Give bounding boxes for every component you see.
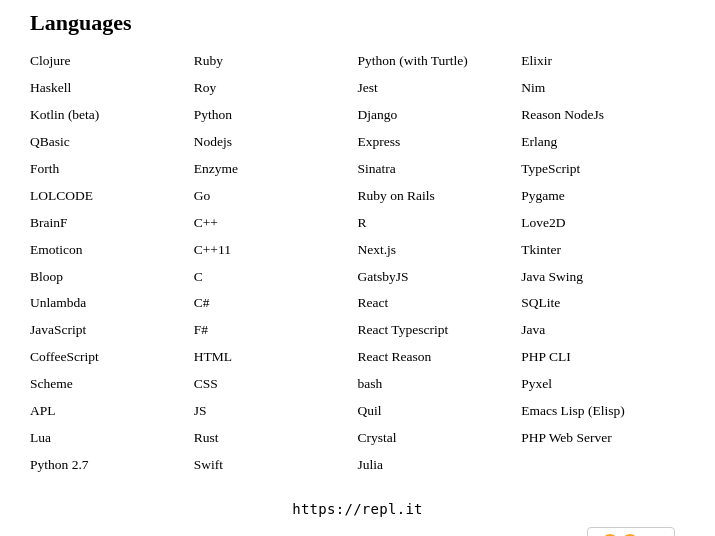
list-item: C <box>194 266 358 289</box>
list-item: F# <box>194 319 358 342</box>
list-item: Clojure <box>30 50 194 73</box>
list-item: JS <box>194 400 358 423</box>
list-item: Nodejs <box>194 131 358 154</box>
list-item: Java Swing <box>521 266 685 289</box>
list-item: Go <box>194 185 358 208</box>
footer-url: https://repl.it <box>30 501 685 517</box>
list-item: C# <box>194 292 358 315</box>
list-item: Pygame <box>521 185 685 208</box>
list-item: React <box>358 292 522 315</box>
list-item: PHP Web Server <box>521 427 685 450</box>
list-item: Python 2.7 <box>30 454 194 477</box>
languages-grid: ClojureHaskellKotlin (beta)QBasicForthLO… <box>30 50 685 477</box>
list-item: bash <box>358 373 522 396</box>
col-1: ClojureHaskellKotlin (beta)QBasicForthLO… <box>30 50 194 477</box>
list-item: Love2D <box>521 212 685 235</box>
list-item: LOLCODE <box>30 185 194 208</box>
list-item: Express <box>358 131 522 154</box>
list-item: Julia <box>358 454 522 477</box>
list-item: Sinatra <box>358 158 522 181</box>
list-item: Jest <box>358 77 522 100</box>
list-item: BrainF <box>30 212 194 235</box>
list-item: Tkinter <box>521 239 685 262</box>
list-item: Reason NodeJs <box>521 104 685 127</box>
list-item: Emoticon <box>30 239 194 262</box>
list-item: React Reason <box>358 346 522 369</box>
list-item: Python <box>194 104 358 127</box>
list-item: Python (with Turtle) <box>358 50 522 73</box>
list-item: Scheme <box>30 373 194 396</box>
list-item: Elixir <box>521 50 685 73</box>
list-item: React Typescript <box>358 319 522 342</box>
list-item: Bloop <box>30 266 194 289</box>
list-item: Erlang <box>521 131 685 154</box>
col-4: ElixirNimReason NodeJsErlangTypeScriptPy… <box>521 50 685 477</box>
list-item: Ruby <box>194 50 358 73</box>
list-item: Forth <box>30 158 194 181</box>
page-title: Languages <box>30 10 685 36</box>
list-item: Rust <box>194 427 358 450</box>
list-item: QBasic <box>30 131 194 154</box>
list-item: JavaScript <box>30 319 194 342</box>
list-item: Lua <box>30 427 194 450</box>
list-item: TypeScript <box>521 158 685 181</box>
list-item: Django <box>358 104 522 127</box>
list-item: Enzyme <box>194 158 358 181</box>
list-item: Pyxel <box>521 373 685 396</box>
col-3: Python (with Turtle)JestDjangoExpressSin… <box>358 50 522 477</box>
list-item: C++11 <box>194 239 358 262</box>
list-item: APL <box>30 400 194 423</box>
list-item: Next.js <box>358 239 522 262</box>
list-item: CoffeeScript <box>30 346 194 369</box>
list-item: Swift <box>194 454 358 477</box>
col-2: RubyRoyPythonNodejsEnzymeGoC++C++11CC#F#… <box>194 50 358 477</box>
list-item: Emacs Lisp (Elisp) <box>521 400 685 423</box>
list-item: HTML <box>194 346 358 369</box>
list-item: Haskell <box>30 77 194 100</box>
list-item: Crystal <box>358 427 522 450</box>
list-item: CSS <box>194 373 358 396</box>
creative-commons-icon: © ⊕ cc by <box>587 527 675 536</box>
list-item: Nim <box>521 77 685 100</box>
list-item: Roy <box>194 77 358 100</box>
list-item: SQLite <box>521 292 685 315</box>
list-item: C++ <box>194 212 358 235</box>
list-item: Quil <box>358 400 522 423</box>
cc-badge: © ⊕ cc by <box>30 527 685 536</box>
list-item: PHP CLI <box>521 346 685 369</box>
list-item: Ruby on Rails <box>358 185 522 208</box>
list-item: Unlambda <box>30 292 194 315</box>
list-item: R <box>358 212 522 235</box>
list-item: Kotlin (beta) <box>30 104 194 127</box>
list-item: Java <box>521 319 685 342</box>
list-item: GatsbyJS <box>358 266 522 289</box>
